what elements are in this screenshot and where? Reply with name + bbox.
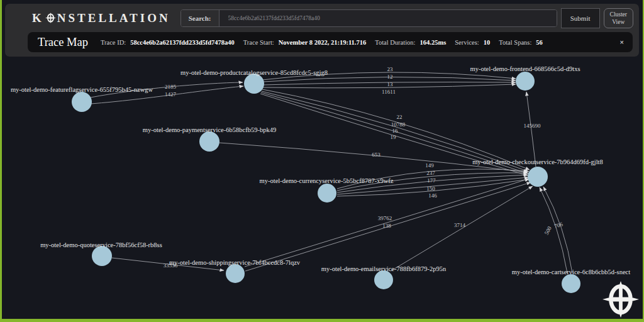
node-emailservice[interactable] xyxy=(374,270,393,289)
node-label: my-otel-demo-cartservice-6c8b6cbb5d-snec… xyxy=(512,269,630,275)
node-shippingservice[interactable] xyxy=(226,264,245,283)
total-spans-value: 56 xyxy=(536,39,543,46)
node-cartservice[interactable] xyxy=(562,274,580,293)
edge-label: 146 xyxy=(428,192,437,199)
submit-button[interactable]: Submit xyxy=(561,8,600,28)
total-duration-label: Total Duration: xyxy=(375,39,415,46)
node-label: my-otel-demo-paymentservice-6b58bcfb59-b… xyxy=(143,126,276,133)
top-bar: K NSTELLATION Search: Submit Cluster Vie… xyxy=(5,4,639,57)
trace-start-label: Trace Start: xyxy=(243,39,274,46)
edge-label: 10788 xyxy=(391,121,406,128)
edges-group xyxy=(91,72,572,273)
edge-label: 22 xyxy=(397,114,402,120)
node-label: my-otel-demo-shippingservice-7bf4bccdc8-… xyxy=(169,259,301,266)
cluster-view-button[interactable]: Cluster View xyxy=(604,8,633,28)
edge-email-checkout xyxy=(391,186,533,271)
edge-label: 138 xyxy=(382,223,391,229)
total-duration-field: Total Duration: 164.25ms xyxy=(375,39,446,46)
node-paymentservice[interactable] xyxy=(199,131,219,152)
node-label: my-otel-demo-featureflagservice-655f795b… xyxy=(11,86,153,93)
trace-id-field: Trace ID: 58cc4e6b2a62137fdd233d5fd7478a… xyxy=(101,39,235,46)
edge-labels-group: 2185 1427 23 12 13 11611 22 10788 16 19 … xyxy=(164,66,564,269)
total-duration-value: 164.25ms xyxy=(420,39,447,46)
edge-label: 2185 xyxy=(165,84,177,90)
node-label: my-otel-demo-checkoutservice-7b964d69fd-… xyxy=(472,158,603,165)
edge-checkout-frontend xyxy=(526,92,536,167)
edge-label: 3714 xyxy=(454,222,466,228)
search-group: Search: xyxy=(180,9,557,27)
node-label: my-otel-demo-quoteservice-78bf56cf58-rb8… xyxy=(40,242,162,248)
trace-map-title: Trace Map xyxy=(38,36,88,49)
total-spans-label: Total Spans: xyxy=(499,39,531,46)
trace-start-value: November 8 2022, 21:19:11.716 xyxy=(279,39,367,46)
edge-label: 1427 xyxy=(165,91,177,97)
edge-label: 11611 xyxy=(382,89,396,95)
edge-label: 23 xyxy=(387,66,394,72)
node-quoteservice[interactable] xyxy=(92,246,112,266)
edge-label: 237 xyxy=(426,170,435,176)
services-field: Services: 10 xyxy=(455,39,490,46)
konstellation-logo: K NSTELLATION xyxy=(32,11,170,25)
logo-text-suffix: NSTELLATION xyxy=(57,11,170,25)
node-checkoutservice[interactable] xyxy=(528,167,548,187)
edge-label: 12 xyxy=(387,74,393,80)
services-value: 10 xyxy=(484,39,491,46)
node-currencyservice[interactable] xyxy=(318,184,336,203)
node-label: my-otel-demo-currencyservice-5b5bcf8787-… xyxy=(260,177,394,184)
edge-label: 149 xyxy=(425,162,434,169)
edge-label: 177 xyxy=(427,177,436,184)
trace-id-value: 58cc4e6b2a62137fdd233d5fd7478a40 xyxy=(130,39,235,46)
search-label: Search: xyxy=(181,10,219,26)
konstellation-watermark-icon xyxy=(601,281,641,318)
edge-cart-checkout xyxy=(540,187,567,273)
trace-id-label: Trace ID: xyxy=(101,39,126,46)
node-featureflagservice[interactable] xyxy=(72,92,92,112)
node-label: my-otel-demo-productcatalogservice-85cd8… xyxy=(180,69,328,76)
edge-label: 13 xyxy=(387,81,394,87)
edge-label: 150 xyxy=(426,186,435,192)
edge-label: 19 xyxy=(391,134,397,140)
konstellation-logo-icon xyxy=(45,12,56,24)
search-input[interactable] xyxy=(219,10,557,26)
cluster-view-line2: View xyxy=(610,18,627,26)
cluster-view-line1: Cluster xyxy=(610,11,627,18)
konstellation-app: 2185 1427 23 12 13 11611 22 10788 16 19 … xyxy=(0,0,644,322)
logo-text-prefix: K xyxy=(32,11,44,25)
edge-label: 500 xyxy=(543,225,553,236)
node-label: my-otel-demo-emailservice-788fb6f879-2p9… xyxy=(321,265,447,272)
close-icon[interactable]: × xyxy=(620,38,624,46)
edge-label: 16 xyxy=(392,128,399,134)
node-label: my-otel-demo-frontend-668566c5d-d9txs xyxy=(470,65,580,72)
edge-label: 706 xyxy=(553,221,564,230)
edge-label: 39762 xyxy=(378,215,392,221)
node-frontend[interactable] xyxy=(516,72,535,91)
edge-label: 653 xyxy=(372,152,380,158)
services-label: Services: xyxy=(455,39,479,46)
trace-start-field: Trace Start: November 8 2022, 21:19:11.7… xyxy=(243,39,366,46)
trace-map-header: Trace Map Trace ID: 58cc4e6b2a62137fdd23… xyxy=(28,32,633,52)
total-spans-field: Total Spans: 56 xyxy=(499,39,543,46)
edge-label: 145690 xyxy=(524,123,541,129)
node-productcatalogservice[interactable] xyxy=(244,74,264,94)
